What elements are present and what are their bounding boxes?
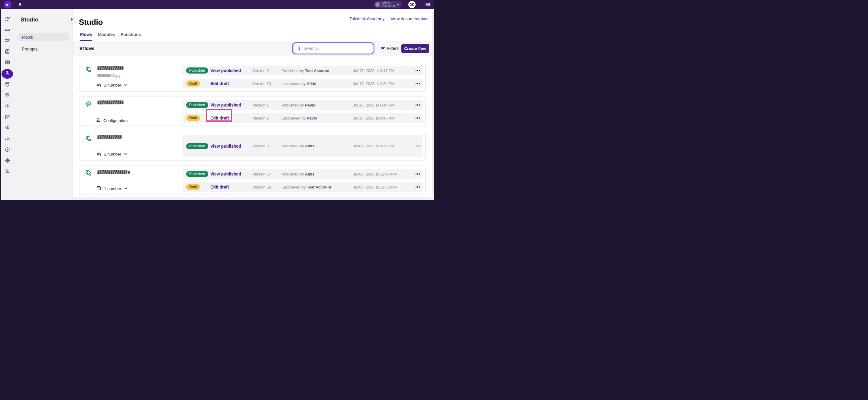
library-icon [4, 60, 10, 66]
version-row: DraftEdit draftVersion 10Last saved by A… [183, 79, 423, 88]
view-published-link[interactable]: View published [210, 144, 241, 148]
dashboard-icon [4, 136, 10, 143]
flow-name-suffix: e [128, 169, 130, 175]
edit-draft-link[interactable]: Edit draft [210, 81, 229, 86]
toolbar: 9 flows Filters Create flow [72, 41, 434, 56]
numbers-dropdown[interactable]: 1 number [96, 186, 128, 191]
sidebar-menu: FlowsPrompts [14, 33, 72, 53]
byline: Published by Alkis [281, 172, 353, 176]
timestamp: Jul 06, 2023 at 12:58 PM [353, 185, 410, 190]
voicemail-icon [4, 27, 10, 34]
chevron-down-icon [397, 3, 400, 6]
numbers-label: 1 number [104, 152, 121, 156]
rail-item-studio-icon[interactable] [1, 69, 13, 79]
numbers-dropdown[interactable]: 1 number [96, 82, 128, 88]
more-actions-button[interactable] [410, 117, 421, 119]
numbers-dropdown[interactable]: 1 number [96, 151, 128, 157]
rail-item-library-icon[interactable] [2, 60, 12, 66]
redaction-scribble [97, 135, 122, 139]
rail-divider [3, 184, 11, 185]
rail-item-dashboard-icon[interactable] [2, 136, 12, 142]
search-input[interactable] [293, 44, 373, 53]
rail-item-voicemail-icon[interactable] [2, 27, 12, 33]
numbers-icon [96, 151, 101, 157]
rail-item-developer-icon[interactable] [2, 104, 12, 110]
collapse-sidebar-button[interactable] [68, 15, 76, 23]
status-badge-published: Published [186, 67, 208, 74]
compose-icon [4, 114, 10, 121]
more-actions-button[interactable] [410, 83, 421, 84]
status-timer: 23:01:58 [382, 4, 395, 8]
version-rows: PublishedView publishedVersion 9Publishe… [183, 62, 423, 91]
version-label: Version 2 [252, 116, 281, 120]
sidebar-item-flows[interactable]: Flows [18, 33, 69, 41]
filters-button[interactable]: Filters [380, 44, 399, 53]
rail-item-settings-icon[interactable] [2, 158, 12, 164]
topbar: t Offline 23:01:58 OD [0, 0, 434, 9]
rail-item-conversations-icon[interactable] [2, 16, 12, 22]
byline: Last saved by Test Account [281, 185, 353, 190]
developer-icon [4, 103, 10, 110]
byline: Published by Test Account [281, 68, 353, 73]
rail-item-activities-icon[interactable] [2, 38, 12, 44]
more-actions-button[interactable] [410, 105, 421, 106]
tab-functions[interactable]: Functions [121, 32, 141, 41]
rail-item-ai-icon[interactable] [2, 125, 12, 131]
bell-icon[interactable] [18, 2, 22, 7]
chevron-down-icon [124, 153, 128, 155]
view-published-link[interactable]: View published [210, 103, 241, 107]
rail-item-explore-icon[interactable] [2, 147, 12, 153]
flow-card: Copy1 numberPublishedView publishedVersi… [79, 62, 426, 91]
tab-modules[interactable]: Modules [98, 32, 115, 41]
chevron-down-icon [124, 84, 128, 86]
rail-item-contacts-icon[interactable] [2, 49, 12, 55]
flow-name-redacted [97, 66, 124, 70]
numbers-icon [96, 186, 101, 191]
configuration-button[interactable]: Configuration [96, 118, 128, 123]
tab-flows[interactable]: Flows [80, 32, 92, 41]
view-published-link[interactable]: View published [210, 68, 241, 73]
avatar[interactable]: OD [408, 1, 415, 8]
explore-icon [4, 147, 10, 154]
voice-phone-icon [85, 170, 92, 178]
wallpaper-edge [0, 9, 1, 200]
settings-icon [4, 158, 10, 165]
view-published-link[interactable]: View published [210, 172, 241, 176]
edit-draft-link[interactable]: Edit draft [210, 184, 229, 190]
byline: Published by Pavlo [281, 103, 353, 107]
version-row: PublishedView publishedVersion 9Publishe… [183, 66, 423, 75]
timestamp: Jul 17, 2023 at 6:44 PM [353, 103, 410, 107]
more-actions-button[interactable] [410, 173, 421, 175]
rail-item-compose-icon[interactable] [2, 114, 12, 120]
agent-status-selector[interactable]: Offline 23:01:58 [374, 1, 402, 8]
more-actions-button[interactable] [410, 70, 421, 71]
rail-item-identity-icon[interactable] [2, 93, 12, 98]
activities-icon [4, 38, 10, 45]
flow-card: 1 numberPublishedView publishedVersion 3… [79, 131, 426, 160]
edit-draft-link[interactable]: Edit draft [210, 116, 229, 120]
search-box [293, 44, 373, 53]
studio-icon [4, 70, 10, 77]
more-actions-button[interactable] [410, 187, 421, 188]
byline: Last saved by Pavlo [281, 116, 353, 120]
talkdesk-logo[interactable]: t [4, 1, 11, 8]
more-actions-button[interactable] [410, 146, 421, 147]
scrollbar[interactable] [432, 11, 434, 196]
byline: Published by Alkis [281, 144, 353, 148]
create-flow-button[interactable]: Create flow [401, 44, 429, 53]
flow-subtitle-redacted: Copy [97, 73, 120, 78]
rail-item-guardian-icon[interactable] [2, 82, 12, 88]
status-label: Offline [382, 1, 395, 4]
rail-item-academy-icon[interactable] [2, 169, 12, 175]
sidebar-item-prompts[interactable]: Prompts [18, 45, 69, 53]
svg-text:t: t [7, 3, 8, 6]
voice-phone-icon [85, 135, 92, 143]
flow-name-redacted: e [97, 169, 130, 175]
apps-panel-icon[interactable] [426, 2, 430, 7]
guardian-icon [4, 81, 10, 88]
nav-rail [0, 9, 14, 200]
timestamp: Jul 18, 2023 at 2:34 PM [353, 81, 410, 86]
main-content: Talkdesk Academy View documentation Stud… [72, 9, 434, 200]
flow-card: e1 numberPublishedView publishedVersion … [79, 166, 426, 195]
topbar-right: Offline 23:01:58 OD [374, 0, 434, 9]
